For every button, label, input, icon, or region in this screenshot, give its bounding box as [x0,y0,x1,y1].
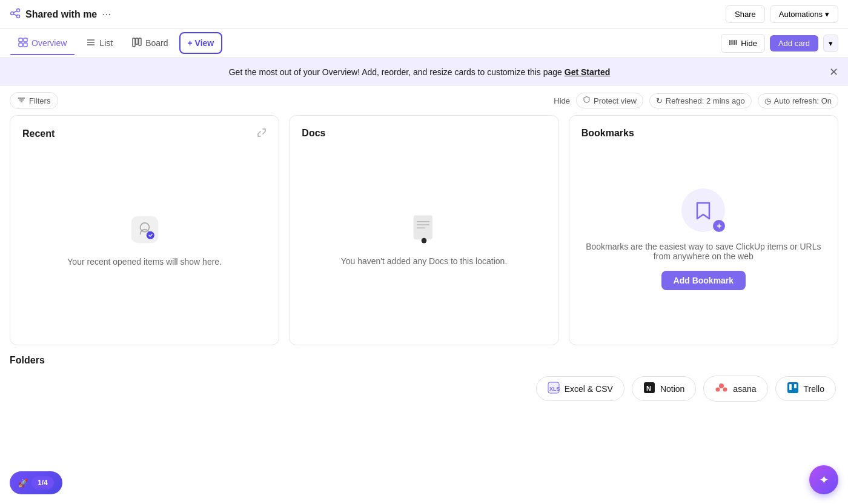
svg-line-3 [13,11,17,13]
filter-icon [18,96,25,105]
svg-line-4 [13,14,17,16]
import-excel-csv[interactable]: XLS Excel & CSV [536,376,624,401]
banner-close-button[interactable]: ✕ [829,65,838,79]
docs-empty-text: You haven't added any Docs to this locat… [341,256,508,266]
ai-assistant-button[interactable]: ✦ [809,465,838,494]
toolbar: Filters Hide Protect view ↻ Refreshed: 2… [0,86,848,115]
trello-icon [787,382,799,396]
svg-rect-6 [24,38,27,42]
recent-card-body: Your recent opened items will show here. [22,147,267,333]
docs-card-title: Docs [302,128,325,139]
import-trello[interactable]: Trello [775,376,836,401]
svg-point-35 [716,388,720,392]
svg-text:N: N [646,385,651,392]
protect-view-button[interactable]: Protect view [576,93,643,108]
tab-add-view[interactable]: + View [179,32,223,54]
docs-card: Docs You haven't added any Docs to this … [289,115,558,345]
progress-badge: 1/4 [31,476,54,489]
svg-point-24 [146,231,154,239]
toolbar-left: Filters [10,92,58,109]
banner-text: Get the most out of your Overview! Add, … [10,67,829,77]
tab-overview[interactable]: Overview [10,31,75,55]
svg-rect-12 [133,38,135,47]
svg-point-2 [17,15,20,18]
notion-icon: N [643,382,655,396]
recent-icon [129,214,161,247]
bottom-bar: 🚀 1/4 [10,471,62,494]
add-card-chevron[interactable]: ▾ [823,35,838,52]
add-card-button[interactable]: Add card [770,35,818,51]
folders-title: Folders [10,355,838,366]
toolbar-right: Hide Protect view ↻ Refreshed: 2 mins ag… [554,93,838,108]
tab-list[interactable]: List [78,31,121,55]
tab-bar-left: Overview List Board + View [10,31,222,55]
svg-rect-15 [729,40,730,45]
more-options-button[interactable]: ··· [102,8,111,21]
svg-point-1 [11,12,14,15]
bookmarks-card-title: Bookmarks [581,128,634,139]
docs-card-body: You haven't added any Docs to this locat… [302,146,546,333]
refreshed-status: ↻ Refreshed: 2 mins ago [649,93,752,108]
page-title: Shared with me [25,9,97,20]
filters-button[interactable]: Filters [10,92,58,109]
launch-button[interactable]: 🚀 1/4 [10,471,62,494]
header-right: Share Automations ▾ [726,5,838,23]
header-left: Shared with me ··· [10,8,111,21]
folders-section: Folders XLS Excel & CSV N Notion [0,355,848,402]
shield-icon [583,96,591,105]
svg-rect-7 [19,43,22,47]
tab-board[interactable]: Board [124,31,176,55]
asana-icon [715,381,728,396]
docs-card-header: Docs [302,128,546,139]
banner-link[interactable]: Get Started [565,67,610,77]
shared-icon [10,8,21,21]
recent-empty-text: Your recent opened items will show here. [67,257,222,267]
notion-label: Notion [660,384,684,394]
asana-label: asana [733,384,756,394]
clock-icon: ◷ [764,96,771,105]
svg-text:XLS: XLS [549,386,560,392]
cards-area: Recent Your recent opened items will sho… [0,115,848,355]
svg-point-0 [17,8,20,12]
hide-button[interactable]: Hide [721,34,765,53]
svg-rect-16 [732,40,733,45]
svg-point-34 [719,383,724,388]
cards-row: Recent Your recent opened items will sho… [10,115,838,345]
share-button[interactable]: Share [726,5,765,23]
svg-point-29 [422,237,427,243]
tab-bar-right: Hide Add card ▾ [721,34,838,53]
tab-bar: Overview List Board + View Hide Add card… [0,29,848,58]
bookmarks-description: Bookmarks are the easiest way to save Cl… [581,242,826,261]
overview-icon [18,38,28,49]
list-icon [86,38,96,49]
board-icon [132,38,142,49]
chevron-down-icon: ▾ [825,10,829,19]
rocket-icon: 🚀 [18,479,28,488]
svg-rect-37 [787,382,798,393]
recent-card-title: Recent [22,128,55,139]
trello-label: Trello [804,384,825,394]
hide-icon [729,38,737,48]
recent-expand-button[interactable] [257,128,267,140]
header: Shared with me ··· Share Automations ▾ [0,0,848,29]
auto-refresh-button[interactable]: ◷ Auto refresh: On [758,93,838,108]
automations-button[interactable]: Automations ▾ [770,5,838,23]
docs-icon [408,213,440,247]
svg-rect-13 [136,38,138,44]
excel-icon: XLS [548,382,560,396]
import-asana[interactable]: asana [703,376,767,402]
svg-rect-38 [789,384,792,390]
import-row: XLS Excel & CSV N Notion a [10,376,838,402]
recent-card-header: Recent [22,128,267,140]
import-notion[interactable]: N Notion [632,376,696,401]
hide-toolbar-button[interactable]: Hide [554,96,570,105]
add-bookmark-button[interactable]: Add Bookmark [661,271,746,290]
ai-icon: ✦ [819,472,829,487]
svg-rect-5 [19,38,22,42]
recent-card: Recent Your recent opened items will sho… [10,115,279,345]
svg-rect-18 [736,40,737,45]
svg-rect-39 [794,384,797,388]
bookmarks-card-body: + Bookmarks are the easiest way to save … [581,146,826,333]
bookmarks-plus-icon: + [713,220,725,232]
bookmarks-card-header: Bookmarks [581,128,826,139]
